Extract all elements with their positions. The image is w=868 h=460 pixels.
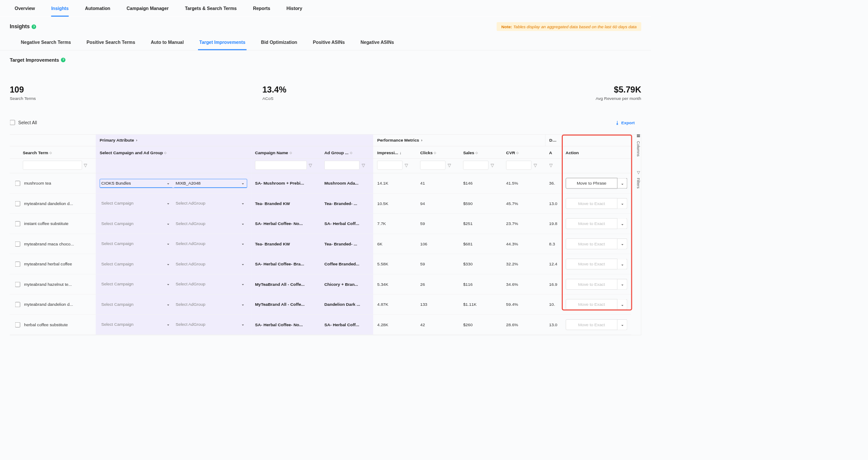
group-performance-metrics[interactable]: Performance Metrics› (373, 135, 545, 146)
action-dropdown[interactable]: ⌄ (617, 238, 627, 249)
filter-icon[interactable]: ▽ (448, 163, 451, 168)
select-campaign-dropdown[interactable]: Select Campaign⌄ (100, 219, 172, 228)
filter-icon[interactable]: ▽ (491, 163, 494, 168)
filter-impressions-input[interactable] (377, 161, 403, 170)
select-campaign-dropdown[interactable]: Select Campaign⌄ (100, 240, 172, 248)
filter-clicks-input[interactable] (420, 161, 446, 170)
sub-tab-bid-optimization[interactable]: Bid Optimization (260, 37, 298, 50)
action-dropdown[interactable]: ⌄ (617, 259, 627, 270)
row-checkbox[interactable] (15, 302, 20, 307)
sub-tab-auto-to-manual[interactable]: Auto to Manual (149, 37, 185, 50)
col-select-campaign[interactable]: Select Campaign and Ad Group◇ (96, 146, 251, 159)
col-ad-group[interactable]: Ad Group ...◇ (320, 146, 373, 159)
filter-cvr-input[interactable] (506, 161, 531, 170)
action-dropdown[interactable]: ⌄ (617, 198, 627, 209)
action-dropdown[interactable]: ⌄ (617, 178, 627, 189)
select-campaign-dropdown[interactable]: Select Campaign⌄ (100, 300, 172, 309)
campaign-name-text: Tea- Branded KW (255, 242, 317, 246)
action-button[interactable]: Move to Exact (566, 299, 617, 310)
sub-tab-positive-search-terms[interactable]: Positive Search Terms (85, 37, 136, 50)
row-checkbox[interactable] (15, 181, 20, 186)
select-adgroup-dropdown[interactable]: Select AdGroup⌄ (175, 321, 247, 329)
campaign-name-text: SA- Herbal Coffee- No... (255, 221, 317, 226)
main-tab-automation[interactable]: Automation (85, 3, 110, 17)
filter-icon[interactable]: ▽ (84, 163, 87, 168)
main-tab-insights[interactable]: Insights (51, 3, 69, 17)
campaign-name-text: SA- Mushroom + Prebi... (255, 181, 317, 185)
row-checkbox[interactable] (15, 281, 20, 287)
select-campaign-dropdown[interactable]: CIOKS Bundles⌄ (100, 179, 172, 188)
select-adgroup-dropdown[interactable]: Select AdGroup⌄ (175, 219, 247, 228)
col-campaign-name[interactable]: Campaign Name◇ (251, 146, 320, 159)
col-search-term[interactable]: Search Term◇ (10, 146, 96, 159)
sub-tab-target-improvements[interactable]: Target Improvements (198, 37, 247, 50)
row-checkbox[interactable] (15, 322, 20, 327)
main-tab-campaign-manager[interactable]: Campaign Manager (127, 3, 169, 17)
col-action: Action (562, 146, 631, 159)
select-adgroup-dropdown[interactable]: Select AdGroup⌄ (175, 300, 247, 309)
select-all-checkbox[interactable] (10, 120, 15, 125)
stat-acos-label: ACoS (262, 96, 515, 101)
filter-icon[interactable]: ▽ (362, 163, 365, 168)
action-button[interactable]: Move to Exact (566, 198, 617, 209)
filter-icon[interactable]: ▽ (405, 163, 408, 168)
main-tab-targets-search-terms[interactable]: Targets & Search Terms (185, 3, 237, 17)
select-campaign-dropdown[interactable]: Select Campaign⌄ (100, 199, 172, 208)
export-button[interactable]: ⭳ Export (615, 120, 635, 125)
action-button[interactable]: Move to Phrase (566, 178, 617, 189)
action-dropdown[interactable]: ⌄ (617, 218, 627, 229)
col-impressions[interactable]: Impressi...↓ (373, 146, 416, 159)
filter-adgroup-input[interactable] (324, 161, 360, 170)
metric-sales: $681 (459, 234, 502, 254)
columns-button[interactable]: ▦Columns (635, 131, 641, 159)
filter-search-term-input[interactable] (23, 161, 82, 170)
help-icon[interactable]: ? (61, 57, 66, 62)
row-checkbox[interactable] (15, 241, 20, 246)
sub-tab-positive-asins[interactable]: Positive ASINs (311, 37, 346, 50)
metric-cvr: 28.6% (502, 314, 545, 335)
select-adgroup-dropdown[interactable]: Select AdGroup⌄ (175, 280, 247, 289)
select-adgroup-dropdown[interactable]: MIXB_A2048⌄ (175, 179, 247, 188)
select-all[interactable]: Select All (10, 120, 37, 125)
select-campaign-dropdown[interactable]: Select Campaign⌄ (100, 321, 172, 329)
col-a[interactable]: A (545, 146, 562, 159)
group-primary-attribute[interactable]: Primary Attribute› (96, 135, 373, 146)
chevron-down-icon: ⌄ (621, 181, 624, 185)
col-cvr[interactable]: CVR◇ (502, 146, 545, 159)
col-sales[interactable]: Sales◇ (459, 146, 502, 159)
main-tab-reports[interactable]: Reports (253, 3, 271, 17)
metric-sales: $116 (459, 274, 502, 295)
filter-campaign-input[interactable] (255, 161, 307, 170)
action-button[interactable]: Move to Exact (566, 238, 617, 249)
help-icon[interactable]: ? (32, 24, 36, 29)
group-derived-metrics[interactable]: Derived Metrics› (545, 135, 562, 146)
select-adgroup-dropdown[interactable]: Select AdGroup⌄ (175, 240, 247, 248)
filter-icon[interactable]: ▽ (534, 163, 537, 168)
select-campaign-dropdown[interactable]: Select Campaign⌄ (100, 260, 172, 268)
select-adgroup-dropdown[interactable]: Select AdGroup⌄ (175, 260, 247, 268)
select-campaign-dropdown[interactable]: Select Campaign⌄ (100, 280, 172, 289)
sub-tab-negative-asins[interactable]: Negative ASINs (359, 37, 395, 50)
filter-icon[interactable]: ▽ (549, 163, 553, 168)
action-dropdown[interactable]: ⌄ (617, 279, 627, 290)
action-button[interactable]: Move to Exact (566, 279, 617, 290)
filter-icon[interactable]: ▽ (309, 163, 312, 168)
row-checkbox[interactable] (15, 261, 20, 267)
filter-sales-input[interactable] (463, 161, 488, 170)
filters-button[interactable]: ▽Filters (635, 168, 641, 191)
action-button[interactable]: Move to Exact (566, 319, 617, 330)
insights-title: Insights (10, 23, 30, 30)
action-dropdown[interactable]: ⌄ (617, 299, 627, 310)
select-adgroup-dropdown[interactable]: Select AdGroup⌄ (175, 199, 247, 208)
row-checkbox[interactable] (15, 201, 20, 206)
action-button[interactable]: Move to Exact (566, 259, 617, 270)
row-checkbox[interactable] (15, 221, 20, 226)
action-dropdown[interactable]: ⌄ (617, 319, 627, 330)
main-tab-history[interactable]: History (287, 3, 302, 17)
chevron-down-icon: ⌄ (241, 201, 244, 205)
sub-tab-negative-search-terms[interactable]: Negative Search Terms (20, 37, 72, 50)
action-button[interactable]: Move to Exact (566, 218, 617, 229)
main-tab-overview[interactable]: Overview (15, 3, 35, 17)
col-clicks[interactable]: Clicks◇ (416, 146, 459, 159)
metric-clicks: 26 (416, 274, 459, 295)
